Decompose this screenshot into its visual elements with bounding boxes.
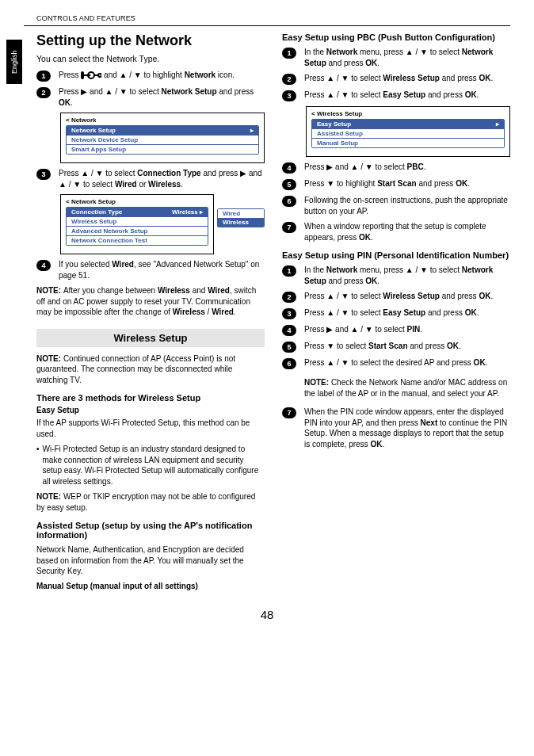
t: Continued connection of AP (Access Point… bbox=[36, 354, 235, 384]
pin-step-7: 7 When the PIN code window appears, ente… bbox=[282, 407, 510, 449]
step-4: 4 If you selected Wired, see "Advanced N… bbox=[36, 259, 265, 281]
step-1: 1 Press and ▲ / ▼ to highlight Network i… bbox=[36, 70, 265, 82]
svg-rect-0 bbox=[81, 71, 84, 79]
pbc-step-7: 7 When a window reporting that the setup… bbox=[282, 221, 510, 242]
t: Press ▲ / ▼ to select bbox=[304, 308, 383, 317]
step-number-icon: 5 bbox=[282, 342, 296, 353]
step-2: 2 Press ▶ and ▲ / ▼ to select Network Se… bbox=[36, 86, 265, 108]
t: Press ▶ and ▲ / ▼ to select bbox=[304, 325, 407, 334]
menu-row: Smart Apps Setup bbox=[67, 144, 258, 154]
pin-step-3: 3 Press ▲ / ▼ to select Easy Setup and p… bbox=[282, 307, 510, 319]
t: Wireless Setup bbox=[383, 292, 440, 300]
menu-title: < Network bbox=[66, 116, 259, 124]
step2-bold2: OK bbox=[59, 98, 71, 107]
pin-step-6: 6 Press ▲ / ▼ to select the desired AP a… bbox=[282, 357, 510, 369]
bullet-text: Wi-Fi Protected Setup is an industry sta… bbox=[43, 444, 265, 487]
network-setup-menu-screenshot: < Network Setup Connection TypeWireless … bbox=[60, 194, 265, 254]
step-number-icon: 4 bbox=[282, 162, 296, 174]
menu-row: Network Connection Test bbox=[67, 235, 208, 245]
quick-menu-icon bbox=[81, 71, 101, 79]
section-title: Setting up the Network bbox=[36, 32, 265, 49]
language-tab: English bbox=[6, 40, 22, 84]
t: or bbox=[137, 180, 148, 189]
wireless-setup-heading: Wireless Setup bbox=[36, 329, 265, 347]
note-paragraph: NOTE: WEP or TKIP encryption may not be … bbox=[36, 491, 265, 513]
t: Connection Type bbox=[137, 169, 200, 178]
t: If you selected bbox=[59, 260, 112, 269]
t: WEP or TKIP encryption may not be able t… bbox=[36, 492, 255, 512]
t: OK bbox=[479, 292, 490, 300]
t: Start Scan bbox=[368, 342, 407, 350]
step1-bold1: Network bbox=[185, 71, 216, 79]
t: Wired bbox=[115, 180, 137, 189]
t: OK bbox=[359, 233, 371, 242]
t: Easy Setup bbox=[383, 308, 425, 317]
t: Network bbox=[326, 48, 357, 56]
t: . bbox=[377, 277, 380, 285]
t: menu, press ▲ / ▼ to select bbox=[357, 48, 462, 56]
pin-step-4: 4 Press ▶ and ▲ / ▼ to select PIN. bbox=[282, 324, 510, 336]
step-number-icon: 4 bbox=[36, 260, 51, 271]
t: . bbox=[490, 74, 493, 82]
pin-step-2: 2 Press ▲ / ▼ to select Wireless Setup a… bbox=[282, 291, 510, 303]
t: . bbox=[477, 90, 479, 99]
step1-text-c: icon. bbox=[216, 71, 235, 79]
t: OK bbox=[365, 59, 377, 67]
pbc-step-6: 6 Following the on-screen instructions, … bbox=[282, 195, 510, 216]
pbc-step-4: 4 Press ▶ and ▲ / ▼ to select PBC. bbox=[282, 162, 510, 174]
t: OK bbox=[465, 308, 477, 317]
t: . bbox=[477, 308, 479, 317]
step-number-icon: 3 bbox=[282, 308, 296, 319]
note-label: NOTE: bbox=[304, 378, 329, 387]
bullet-item: • Wi-Fi Protected Setup is an industry s… bbox=[36, 444, 265, 487]
t: . bbox=[486, 358, 488, 367]
pbc-step-3: 3 Press ▲ / ▼ to select Easy Setup and p… bbox=[282, 90, 510, 101]
menu-row-selected: Network Setup▸ bbox=[67, 126, 258, 135]
t: Press ▼ to highlight bbox=[304, 179, 377, 188]
step-number-icon: 7 bbox=[282, 407, 296, 418]
pbc-step-1: 1 In the Network menu, press ▲ / ▼ to se… bbox=[282, 47, 510, 68]
t: OK bbox=[370, 440, 382, 449]
t: Press ▶ and ▲ / ▼ to select bbox=[304, 162, 407, 171]
menu-row: Network Device Setup bbox=[67, 135, 258, 144]
intro-text: You can select the Network Type. bbox=[36, 54, 265, 63]
t: . bbox=[181, 180, 183, 189]
t: and press bbox=[440, 74, 479, 82]
note-paragraph: NOTE: After you change between Wireless … bbox=[36, 285, 265, 318]
pin-step-6-note: NOTE: Check the Network Name and/or MAC … bbox=[304, 377, 510, 399]
t: Wireless Setup bbox=[383, 74, 440, 82]
step1-text-a: Press bbox=[59, 71, 81, 79]
step-number-icon: 6 bbox=[282, 358, 296, 369]
t: . bbox=[467, 179, 470, 188]
header-rule bbox=[24, 25, 510, 26]
step2-text-b: and press bbox=[217, 87, 254, 96]
t: When a window reporting that the setup i… bbox=[304, 222, 486, 242]
left-column: Setting up the Network You can select th… bbox=[36, 32, 265, 594]
menu-row-selected: Easy Setup▸ bbox=[312, 120, 504, 128]
step-number-icon: 3 bbox=[36, 169, 51, 180]
t: PBC bbox=[407, 162, 424, 171]
step-number-icon: 6 bbox=[282, 196, 296, 207]
wireless-setup-menu-screenshot: < Wireless Setup Easy Setup▸ Assisted Se… bbox=[306, 106, 510, 157]
menu-row: Advanced Network Setup bbox=[67, 226, 208, 235]
menu-row: Assisted Setup bbox=[312, 128, 504, 138]
note-label: NOTE: bbox=[36, 354, 61, 363]
t: OK bbox=[447, 342, 459, 350]
t: Wired bbox=[208, 286, 230, 295]
pbc-step-2: 2 Press ▲ / ▼ to select Wireless Setup a… bbox=[282, 73, 510, 85]
step-number-icon: 3 bbox=[282, 90, 296, 101]
step-number-icon: 5 bbox=[282, 179, 296, 190]
t: . bbox=[459, 342, 461, 350]
step-number-icon: 1 bbox=[282, 265, 296, 277]
step-3: 3 Press ▲ / ▼ to select Connection Type … bbox=[36, 168, 265, 189]
popup-option: Wired bbox=[218, 209, 264, 218]
page-header: CONTROLS AND FEATURES bbox=[36, 14, 510, 22]
right-column: Easy Setup using PBC (Push Button Config… bbox=[282, 32, 510, 594]
t: Following the on-screen instructions, pu… bbox=[304, 195, 510, 216]
t: OK bbox=[479, 74, 490, 82]
manual-setup-heading: Manual Setup (manual input of all settin… bbox=[36, 582, 265, 590]
network-menu-screenshot: < Network Network Setup▸ Network Device … bbox=[60, 113, 265, 163]
popup-option-selected: Wireless bbox=[218, 218, 264, 227]
t: OK bbox=[456, 179, 467, 188]
assisted-setup-heading: Assisted Setup (setup by using the AP's … bbox=[36, 521, 265, 540]
